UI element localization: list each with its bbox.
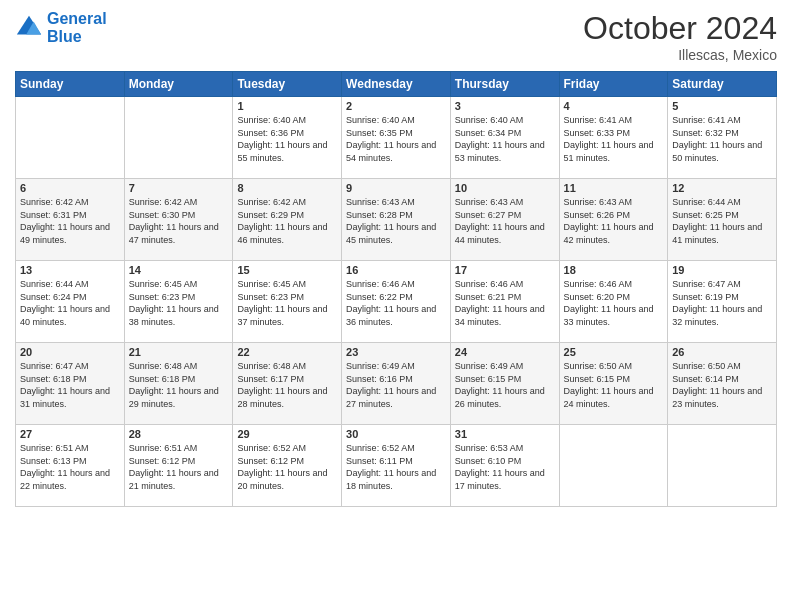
day-number: 27 <box>20 428 120 440</box>
calendar-cell: 6Sunrise: 6:42 AM Sunset: 6:31 PM Daylig… <box>16 179 125 261</box>
day-info: Sunrise: 6:45 AM Sunset: 6:23 PM Dayligh… <box>129 278 229 328</box>
day-number: 5 <box>672 100 772 112</box>
day-info: Sunrise: 6:50 AM Sunset: 6:14 PM Dayligh… <box>672 360 772 410</box>
day-number: 7 <box>129 182 229 194</box>
calendar-cell <box>559 425 668 507</box>
calendar-cell: 9Sunrise: 6:43 AM Sunset: 6:28 PM Daylig… <box>342 179 451 261</box>
calendar-cell: 14Sunrise: 6:45 AM Sunset: 6:23 PM Dayli… <box>124 261 233 343</box>
calendar-cell <box>668 425 777 507</box>
day-number: 3 <box>455 100 555 112</box>
calendar-cell: 4Sunrise: 6:41 AM Sunset: 6:33 PM Daylig… <box>559 97 668 179</box>
calendar-cell: 8Sunrise: 6:42 AM Sunset: 6:29 PM Daylig… <box>233 179 342 261</box>
calendar-cell: 28Sunrise: 6:51 AM Sunset: 6:12 PM Dayli… <box>124 425 233 507</box>
calendar-cell: 20Sunrise: 6:47 AM Sunset: 6:18 PM Dayli… <box>16 343 125 425</box>
calendar-cell: 12Sunrise: 6:44 AM Sunset: 6:25 PM Dayli… <box>668 179 777 261</box>
day-info: Sunrise: 6:40 AM Sunset: 6:34 PM Dayligh… <box>455 114 555 164</box>
day-number: 26 <box>672 346 772 358</box>
calendar-cell: 21Sunrise: 6:48 AM Sunset: 6:18 PM Dayli… <box>124 343 233 425</box>
logo-blue: Blue <box>47 28 82 45</box>
calendar-week-0: 1Sunrise: 6:40 AM Sunset: 6:36 PM Daylig… <box>16 97 777 179</box>
day-number: 21 <box>129 346 229 358</box>
day-info: Sunrise: 6:49 AM Sunset: 6:15 PM Dayligh… <box>455 360 555 410</box>
day-number: 15 <box>237 264 337 276</box>
calendar-cell: 2Sunrise: 6:40 AM Sunset: 6:35 PM Daylig… <box>342 97 451 179</box>
day-number: 4 <box>564 100 664 112</box>
day-info: Sunrise: 6:47 AM Sunset: 6:19 PM Dayligh… <box>672 278 772 328</box>
calendar-cell <box>124 97 233 179</box>
day-info: Sunrise: 6:41 AM Sunset: 6:32 PM Dayligh… <box>672 114 772 164</box>
day-number: 13 <box>20 264 120 276</box>
day-number: 23 <box>346 346 446 358</box>
day-info: Sunrise: 6:43 AM Sunset: 6:26 PM Dayligh… <box>564 196 664 246</box>
day-info: Sunrise: 6:46 AM Sunset: 6:21 PM Dayligh… <box>455 278 555 328</box>
calendar-table: SundayMondayTuesdayWednesdayThursdayFrid… <box>15 71 777 507</box>
page: General Blue October 2024 Illescas, Mexi… <box>0 0 792 612</box>
day-info: Sunrise: 6:51 AM Sunset: 6:13 PM Dayligh… <box>20 442 120 492</box>
calendar-header-monday: Monday <box>124 72 233 97</box>
day-info: Sunrise: 6:42 AM Sunset: 6:30 PM Dayligh… <box>129 196 229 246</box>
calendar-cell: 26Sunrise: 6:50 AM Sunset: 6:14 PM Dayli… <box>668 343 777 425</box>
day-number: 20 <box>20 346 120 358</box>
header: General Blue October 2024 Illescas, Mexi… <box>15 10 777 63</box>
day-number: 19 <box>672 264 772 276</box>
day-info: Sunrise: 6:43 AM Sunset: 6:27 PM Dayligh… <box>455 196 555 246</box>
day-number: 16 <box>346 264 446 276</box>
day-info: Sunrise: 6:46 AM Sunset: 6:22 PM Dayligh… <box>346 278 446 328</box>
calendar-cell: 13Sunrise: 6:44 AM Sunset: 6:24 PM Dayli… <box>16 261 125 343</box>
day-number: 31 <box>455 428 555 440</box>
calendar-header-tuesday: Tuesday <box>233 72 342 97</box>
day-number: 10 <box>455 182 555 194</box>
day-number: 14 <box>129 264 229 276</box>
calendar-cell: 17Sunrise: 6:46 AM Sunset: 6:21 PM Dayli… <box>450 261 559 343</box>
calendar-cell: 5Sunrise: 6:41 AM Sunset: 6:32 PM Daylig… <box>668 97 777 179</box>
calendar-cell: 30Sunrise: 6:52 AM Sunset: 6:11 PM Dayli… <box>342 425 451 507</box>
day-info: Sunrise: 6:42 AM Sunset: 6:31 PM Dayligh… <box>20 196 120 246</box>
logo-text: General Blue <box>47 10 107 45</box>
calendar-cell: 22Sunrise: 6:48 AM Sunset: 6:17 PM Dayli… <box>233 343 342 425</box>
calendar-header-saturday: Saturday <box>668 72 777 97</box>
day-info: Sunrise: 6:43 AM Sunset: 6:28 PM Dayligh… <box>346 196 446 246</box>
day-info: Sunrise: 6:41 AM Sunset: 6:33 PM Dayligh… <box>564 114 664 164</box>
day-info: Sunrise: 6:53 AM Sunset: 6:10 PM Dayligh… <box>455 442 555 492</box>
calendar-cell: 31Sunrise: 6:53 AM Sunset: 6:10 PM Dayli… <box>450 425 559 507</box>
location: Illescas, Mexico <box>583 47 777 63</box>
day-number: 24 <box>455 346 555 358</box>
day-number: 28 <box>129 428 229 440</box>
calendar-week-4: 27Sunrise: 6:51 AM Sunset: 6:13 PM Dayli… <box>16 425 777 507</box>
calendar-week-3: 20Sunrise: 6:47 AM Sunset: 6:18 PM Dayli… <box>16 343 777 425</box>
month-title: October 2024 <box>583 10 777 47</box>
day-number: 9 <box>346 182 446 194</box>
calendar-week-1: 6Sunrise: 6:42 AM Sunset: 6:31 PM Daylig… <box>16 179 777 261</box>
calendar-cell: 11Sunrise: 6:43 AM Sunset: 6:26 PM Dayli… <box>559 179 668 261</box>
day-number: 6 <box>20 182 120 194</box>
calendar-cell: 18Sunrise: 6:46 AM Sunset: 6:20 PM Dayli… <box>559 261 668 343</box>
day-info: Sunrise: 6:52 AM Sunset: 6:11 PM Dayligh… <box>346 442 446 492</box>
calendar-cell: 3Sunrise: 6:40 AM Sunset: 6:34 PM Daylig… <box>450 97 559 179</box>
day-info: Sunrise: 6:46 AM Sunset: 6:20 PM Dayligh… <box>564 278 664 328</box>
calendar-header-sunday: Sunday <box>16 72 125 97</box>
calendar-cell: 29Sunrise: 6:52 AM Sunset: 6:12 PM Dayli… <box>233 425 342 507</box>
logo-icon <box>15 14 43 42</box>
day-info: Sunrise: 6:48 AM Sunset: 6:18 PM Dayligh… <box>129 360 229 410</box>
day-info: Sunrise: 6:51 AM Sunset: 6:12 PM Dayligh… <box>129 442 229 492</box>
calendar-week-2: 13Sunrise: 6:44 AM Sunset: 6:24 PM Dayli… <box>16 261 777 343</box>
logo-general: General <box>47 10 107 27</box>
title-block: October 2024 Illescas, Mexico <box>583 10 777 63</box>
calendar-cell: 25Sunrise: 6:50 AM Sunset: 6:15 PM Dayli… <box>559 343 668 425</box>
day-number: 2 <box>346 100 446 112</box>
calendar-cell: 10Sunrise: 6:43 AM Sunset: 6:27 PM Dayli… <box>450 179 559 261</box>
calendar-cell: 15Sunrise: 6:45 AM Sunset: 6:23 PM Dayli… <box>233 261 342 343</box>
day-number: 8 <box>237 182 337 194</box>
day-info: Sunrise: 6:44 AM Sunset: 6:24 PM Dayligh… <box>20 278 120 328</box>
day-number: 18 <box>564 264 664 276</box>
day-number: 11 <box>564 182 664 194</box>
day-info: Sunrise: 6:48 AM Sunset: 6:17 PM Dayligh… <box>237 360 337 410</box>
calendar-cell: 1Sunrise: 6:40 AM Sunset: 6:36 PM Daylig… <box>233 97 342 179</box>
day-info: Sunrise: 6:49 AM Sunset: 6:16 PM Dayligh… <box>346 360 446 410</box>
day-info: Sunrise: 6:40 AM Sunset: 6:35 PM Dayligh… <box>346 114 446 164</box>
calendar-cell: 23Sunrise: 6:49 AM Sunset: 6:16 PM Dayli… <box>342 343 451 425</box>
calendar-header-friday: Friday <box>559 72 668 97</box>
day-number: 22 <box>237 346 337 358</box>
calendar-cell <box>16 97 125 179</box>
day-number: 30 <box>346 428 446 440</box>
